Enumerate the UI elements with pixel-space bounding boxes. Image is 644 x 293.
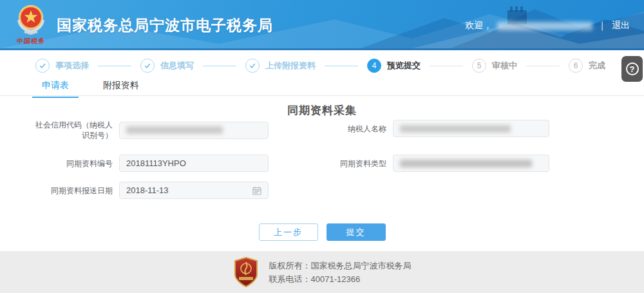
submit-date-input[interactable]: 2018-11-13 (119, 182, 269, 199)
step-label: 上传附报资料 (265, 60, 316, 71)
action-bar: 上一步 提交 (0, 223, 644, 241)
tax-bureau-logo: 中国税务 (10, 3, 52, 46)
check-icon (245, 59, 260, 73)
welcome-label: 欢迎， (465, 20, 492, 32)
site-title: 国家税务总局宁波市电子税务局 (57, 15, 273, 35)
footer-content: 版权所有：国家税务总局宁波市税务局 联系电话：40071-12366 (0, 251, 644, 293)
contact-phone-line: 联系电话：40071-12366 (269, 272, 412, 286)
step-connector (325, 66, 358, 66)
step-connector (203, 66, 236, 66)
redacted-username (497, 22, 592, 30)
field-credit-code: 社会信用代码（纳税人识别号） (35, 120, 269, 140)
field-label: 同期资料报送日期 (35, 185, 113, 196)
footer-text-block: 版权所有：国家税务总局宁波市税务局 联系电话：40071-12366 (269, 259, 412, 286)
step-label: 完成 (589, 60, 605, 71)
redacted-value (400, 160, 532, 167)
header-user-area: 欢迎， ｜ 退出 (465, 20, 630, 32)
national-tax-emblem-icon (14, 3, 48, 35)
redacted-value (400, 125, 511, 133)
tab-bar: 申请表 附报资料 (32, 80, 144, 98)
header-divider: ｜ (598, 20, 607, 32)
logout-link[interactable]: 退出 (612, 20, 630, 32)
footer: 版权所有：国家税务总局宁波市税务局 联系电话：40071-12366 (0, 251, 644, 293)
field-label: 纳税人名称 (309, 124, 386, 134)
step-number: 6 (569, 59, 583, 73)
party-tax-shield-badge-icon (233, 257, 259, 288)
help-button[interactable]: ? (621, 56, 643, 82)
question-mark-icon: ? (626, 62, 639, 75)
tab-attached-materials[interactable]: 附报资料 (98, 80, 144, 98)
document-number-value: 20181113YHPO (126, 158, 186, 168)
copyright-line: 版权所有：国家税务总局宁波市税务局 (269, 259, 412, 272)
step-item-1: 事项选择 (35, 59, 89, 73)
taxpayer-name-input[interactable] (393, 120, 549, 137)
header-bottom-strip (0, 48, 644, 50)
page-title: 同期资料采集 (0, 103, 644, 118)
field-document-type: 同期资料类型 (309, 155, 549, 172)
step-label: 预览提交 (387, 60, 421, 71)
step-label: 审核中 (492, 60, 517, 71)
check-icon (35, 59, 50, 73)
step-item-3: 上传附报资料 (245, 59, 316, 73)
step-label: 事项选择 (55, 60, 89, 71)
step-item-2: 信息填写 (140, 59, 194, 73)
page: 中国税务 国家税务总局宁波市电子税务局 欢迎， ｜ 退出 事项选择 信息填写 (0, 0, 644, 293)
step-progress-bar: 事项选择 信息填写 上传附报资料 4 预览提交 5 审核中 6 (35, 58, 605, 73)
field-label: 同期资料类型 (309, 158, 386, 169)
field-label: 社会信用代码（纳税人识别号） (35, 120, 113, 140)
previous-step-button[interactable]: 上一步 (259, 223, 318, 241)
submit-date-value: 2018-11-13 (126, 185, 169, 195)
step-connector (526, 66, 560, 66)
calendar-icon[interactable] (252, 186, 261, 195)
step-item-4-current: 4 预览提交 (367, 59, 421, 73)
redacted-value (126, 126, 223, 134)
submit-button[interactable]: 提交 (327, 223, 386, 241)
document-number-input[interactable]: 20181113YHPO (119, 155, 269, 172)
step-connector (430, 66, 463, 66)
step-item-5: 5 审核中 (472, 59, 517, 73)
check-icon (140, 59, 155, 73)
field-document-number: 同期资料编号 20181113YHPO (35, 155, 269, 172)
step-connector (98, 66, 131, 66)
field-label: 同期资料编号 (35, 158, 113, 169)
step-label: 信息填写 (160, 60, 194, 71)
logo-caption: 中国税务 (10, 37, 52, 46)
header: 中国税务 国家税务总局宁波市电子税务局 欢迎， ｜ 退出 (0, 0, 644, 48)
step-number: 5 (472, 59, 486, 73)
credit-code-input[interactable] (119, 122, 269, 139)
step-number: 4 (367, 59, 381, 73)
field-taxpayer-name: 纳税人名称 (309, 120, 549, 137)
document-type-input[interactable] (393, 155, 549, 172)
step-item-6: 6 完成 (569, 59, 605, 73)
tab-application-form[interactable]: 申请表 (32, 80, 79, 98)
field-submit-date: 同期资料报送日期 2018-11-13 (35, 182, 269, 199)
